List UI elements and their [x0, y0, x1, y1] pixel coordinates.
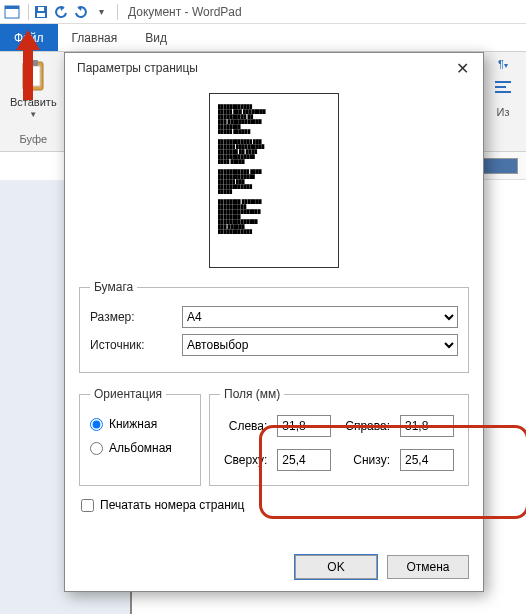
source-select[interactable]: Автовыбор: [182, 334, 458, 356]
portrait-radio[interactable]: Книжная: [90, 417, 190, 431]
ribbon-tabs: Файл Главная Вид: [0, 24, 526, 52]
edit-label: Из: [497, 106, 510, 118]
paper-group: Бумага Размер: A4 Источник: Автовыбор: [79, 280, 469, 373]
qat-dropdown-icon[interactable]: ▾: [93, 4, 109, 20]
separator-icon: [28, 4, 29, 20]
close-icon[interactable]: ✕: [450, 57, 475, 80]
svg-rect-7: [28, 60, 38, 66]
margins-legend: Поля (мм): [220, 387, 284, 401]
ok-button[interactable]: OK: [295, 555, 377, 579]
ribbon-right-strip: ¶▾ Из: [480, 52, 526, 151]
margin-left-input[interactable]: [277, 415, 331, 437]
chevron-down-icon: ▼: [29, 110, 37, 119]
margin-right-label: Справа:: [343, 419, 390, 433]
print-page-numbers-label: Печатать номера страниц: [100, 498, 244, 512]
paste-label: Вставить: [10, 96, 57, 108]
undo-icon[interactable]: [53, 4, 69, 20]
page-setup-dialog: Параметры страницы ✕ ████████████ █████ …: [64, 52, 484, 592]
svg-rect-3: [37, 13, 45, 17]
svg-rect-4: [38, 7, 44, 11]
svg-rect-6: [26, 66, 40, 86]
margin-left-label: Слева:: [222, 419, 267, 433]
tab-home[interactable]: Главная: [58, 24, 132, 51]
landscape-radio[interactable]: Альбомная: [90, 441, 190, 455]
separator-icon: [117, 4, 118, 20]
size-label: Размер:: [90, 310, 172, 324]
margin-right-input[interactable]: [400, 415, 454, 437]
paste-button[interactable]: Вставить ▼: [10, 58, 57, 119]
save-icon[interactable]: [33, 4, 49, 20]
margin-top-label: Сверху:: [222, 453, 267, 467]
paper-legend: Бумага: [90, 280, 137, 294]
paragraph-mark-icon[interactable]: ¶▾: [498, 58, 508, 70]
margin-bottom-input[interactable]: [400, 449, 454, 471]
ribbon-group-clipboard: Вставить ▼ Буфе: [6, 56, 66, 147]
dialog-title: Параметры страницы: [77, 61, 198, 75]
landscape-label: Альбомная: [109, 441, 172, 455]
svg-rect-1: [5, 6, 19, 9]
window-title: Документ - WordPad: [128, 5, 242, 19]
page-preview: ████████████ █████ ███ ████████ ████████…: [209, 93, 339, 268]
align-icon[interactable]: [494, 80, 512, 96]
redo-icon[interactable]: [73, 4, 89, 20]
orientation-group: Ориентация Книжная Альбомная: [79, 387, 201, 486]
margins-group: Поля (мм) Слева: Справа: Сверху: Снизу:: [209, 387, 469, 486]
margin-bottom-label: Снизу:: [343, 453, 390, 467]
ribbon-group-label: Буфе: [20, 133, 48, 145]
clipboard-icon: [17, 58, 49, 94]
window-titlebar: ▾ Документ - WordPad: [0, 0, 526, 24]
dialog-titlebar: Параметры страницы ✕: [65, 53, 483, 83]
cancel-button[interactable]: Отмена: [387, 555, 469, 579]
margin-top-input[interactable]: [277, 449, 331, 471]
orientation-legend: Ориентация: [90, 387, 166, 401]
source-label: Источник:: [90, 338, 172, 352]
app-icon: [4, 4, 20, 20]
size-select[interactable]: A4: [182, 306, 458, 328]
tab-file[interactable]: Файл: [0, 24, 58, 51]
print-page-numbers-checkbox[interactable]: Печатать номера страниц: [81, 498, 467, 512]
dialog-buttons: OK Отмена: [65, 545, 483, 591]
tab-view[interactable]: Вид: [131, 24, 181, 51]
portrait-label: Книжная: [109, 417, 157, 431]
